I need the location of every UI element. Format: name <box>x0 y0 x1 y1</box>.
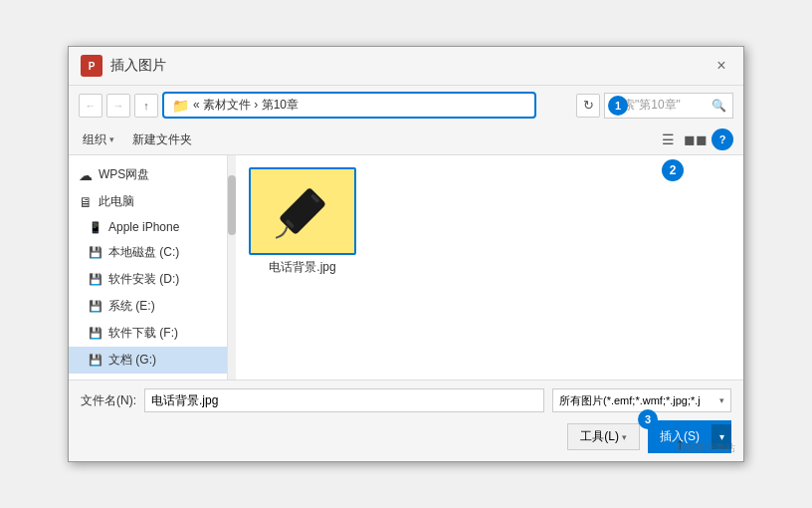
sidebar-item-apple-iphone[interactable]: 📱 Apple iPhone <box>69 215 227 239</box>
computer-icon: 🖥 <box>79 194 93 210</box>
nav-path[interactable]: 📁 « 素材文件 › 第10章 <box>162 92 536 119</box>
dialog-title: 插入图片 <box>110 57 166 75</box>
sidebar-scrollbar-thumb[interactable] <box>228 175 236 235</box>
folder-icon: 📁 <box>172 98 189 114</box>
bottom-row2: 工具(L) ▾ 插入(S) ▾ 3 <box>81 420 731 453</box>
cloud-icon: ☁ <box>79 167 93 183</box>
sidebar-item-docs-g[interactable]: 💾 文档 (G:) <box>69 347 227 374</box>
filename-label: 文件名(N): <box>81 392 136 409</box>
watermark: 新精英充电站 <box>676 441 735 455</box>
drive-icon: 💾 <box>89 354 102 367</box>
file-area: 2 <box>236 155 743 380</box>
phone-icon: 📱 <box>89 221 102 234</box>
sidebar-item-system-e[interactable]: 💾 系统 (E:) <box>69 293 227 320</box>
search-icon: 🔍 <box>711 99 726 113</box>
forward-button[interactable]: → <box>106 94 130 118</box>
file-thumbnail <box>249 167 356 255</box>
sidebar-container: ☁ WPS网盘 🖥 此电脑 📱 Apple iPhone 💾 本地磁盘 (C:) <box>69 155 236 380</box>
new-folder-button[interactable]: 新建文件夹 <box>128 129 196 150</box>
filetype-select[interactable]: 所有图片(*.emf;*.wmf;*.jpg;*.j ▾ <box>552 388 731 412</box>
badge-3: 3 <box>638 409 658 429</box>
new-folder-label: 新建文件夹 <box>132 131 192 148</box>
file-item-dianhuabj[interactable]: 电话背景.jpg <box>248 167 357 276</box>
phone-image-svg <box>273 176 332 246</box>
filename-input[interactable] <box>144 388 544 412</box>
sidebar-item-label: WPS网盘 <box>99 166 149 183</box>
sidebar-item-local-c[interactable]: 💾 本地磁盘 (C:) <box>69 239 227 266</box>
organize-button[interactable]: 组织 ▾ <box>79 129 118 150</box>
view-toggle-button[interactable]: ☰ <box>656 128 680 150</box>
toolbar: 组织 ▾ 新建文件夹 ☰ ◼◼ ? <box>69 125 743 155</box>
sidebar-item-label: 系统 (E:) <box>108 298 155 315</box>
title-bar: P 插入图片 × <box>69 47 743 86</box>
sidebar-item-label: 软件下载 (F:) <box>108 325 178 342</box>
sidebar-item-software-d[interactable]: 💾 软件安装 (D:) <box>69 266 227 293</box>
title-bar-left: P 插入图片 <box>81 55 166 77</box>
drive-icon: 💾 <box>89 300 102 313</box>
insert-image-dialog: P 插入图片 × ← → ↑ 📁 « 素材文件 › 第10章 1 ↻ 搜索"第1… <box>68 46 744 462</box>
bottom-row1: 文件名(N): 所有图片(*.emf;*.wmf;*.jpg;*.j ▾ <box>81 388 731 412</box>
sidebar-item-download-f[interactable]: 💾 软件下载 (F:) <box>69 320 227 347</box>
badge-1: 1 <box>608 96 628 116</box>
sidebar-item-label: 此电脑 <box>99 193 134 210</box>
sidebar-item-label: Apple iPhone <box>108 220 179 234</box>
tools-label: 工具(L) <box>580 428 619 445</box>
drive-icon: 💾 <box>89 327 102 340</box>
sidebar-scrollbar[interactable] <box>228 155 236 380</box>
main-content: ☁ WPS网盘 🖥 此电脑 📱 Apple iPhone 💾 本地磁盘 (C:) <box>69 155 743 380</box>
ppt-icon: P <box>81 55 102 77</box>
organize-arrow-icon: ▾ <box>109 134 114 144</box>
bottom-area: 文件名(N): 所有图片(*.emf;*.wmf;*.jpg;*.j ▾ 工具(… <box>69 380 743 461</box>
sidebar-item-thispc[interactable]: 🖥 此电脑 <box>69 188 227 215</box>
toolbar-right: ☰ ◼◼ ? <box>656 128 733 150</box>
tools-arrow-icon: ▾ <box>622 432 627 442</box>
sidebar-item-label: 软件安装 (D:) <box>108 271 179 288</box>
help-button[interactable]: ? <box>711 128 733 150</box>
back-button[interactable]: ← <box>79 94 102 118</box>
sidebar-item-label: 本地磁盘 (C:) <box>108 244 179 261</box>
nav-bar: ← → ↑ 📁 « 素材文件 › 第10章 1 ↻ 搜索"第10章" 🔍 <box>69 86 743 125</box>
sidebar-item-wps[interactable]: ☁ WPS网盘 <box>69 161 227 188</box>
drive-icon: 💾 <box>89 246 102 259</box>
filetype-value: 所有图片(*.emf;*.wmf;*.jpg;*.j <box>559 393 701 408</box>
file-name: 电话背景.jpg <box>269 259 335 276</box>
view-detail-button[interactable]: ◼◼ <box>684 128 708 150</box>
organize-label: 组织 <box>83 131 106 148</box>
tools-button[interactable]: 工具(L) ▾ <box>567 423 640 450</box>
close-button[interactable]: × <box>711 56 731 76</box>
drive-icon: 💾 <box>89 273 102 286</box>
up-button[interactable]: ↑ <box>134 94 158 118</box>
badge-2: 2 <box>662 159 684 181</box>
filetype-arrow-icon: ▾ <box>719 395 724 405</box>
sidebar-item-label: 文档 (G:) <box>108 352 156 369</box>
refresh-button[interactable]: ↻ <box>576 94 600 118</box>
sidebar: ☁ WPS网盘 🖥 此电脑 📱 Apple iPhone 💾 本地磁盘 (C:) <box>69 155 228 380</box>
path-text: « 素材文件 › 第10章 <box>193 97 299 114</box>
